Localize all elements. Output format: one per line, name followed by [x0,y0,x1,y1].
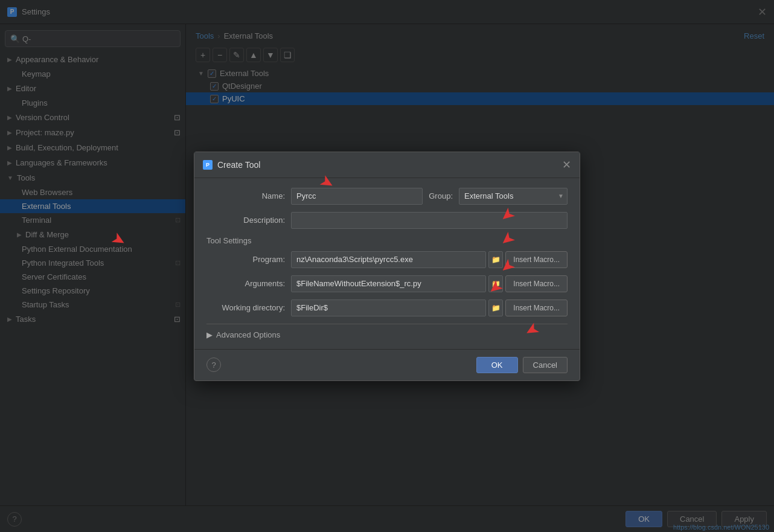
dialog-body: Name: Group: External Tools ▼ Descriptio… [194,178,580,349]
advanced-options-label: Advanced Options [216,330,280,339]
dialog-title: Create Tool [217,160,260,170]
program-row: Program: 📁 Insert Macro... [206,251,568,268]
group-select-wrapper: External Tools ▼ [459,188,568,205]
description-row: Description: [206,212,568,229]
dialog-icon: P [203,160,213,170]
name-input[interactable] [291,188,423,205]
group-label: Group: [429,191,453,200]
tool-settings-label: Tool Settings [206,236,568,245]
working-dir-label: Working directory: [206,303,285,312]
program-browse-button[interactable]: 📁 [488,251,503,268]
dialog-footer: ? OK Cancel [194,349,580,380]
working-dir-input-group: 📁 Insert Macro... [291,300,568,316]
working-dir-row: Working directory: 📁 Insert Macro... [206,300,568,316]
description-input[interactable] [291,212,568,229]
description-label: Description: [206,216,285,225]
create-tool-dialog: P Create Tool ✕ Name: Group: External To… [194,152,580,381]
dialog-cancel-button[interactable]: Cancel [523,357,568,373]
dialog-ok-button[interactable]: OK [476,357,518,373]
arguments-input[interactable] [291,275,486,292]
dialog-title-bar: P Create Tool ✕ [194,152,580,178]
group-select[interactable]: External Tools [459,188,568,205]
arguments-label: Arguments: [206,279,285,288]
arguments-row: Arguments: 📁 Insert Macro... [206,275,568,292]
dialog-help-button[interactable]: ? [206,357,221,372]
program-label: Program: [206,255,285,264]
name-label: Name: [206,191,285,200]
advanced-arrow-icon: ▶ [206,330,213,339]
dialog-close-button[interactable]: ✕ [562,158,571,171]
arguments-insert-macro-button[interactable]: Insert Macro... [505,275,568,292]
name-group-row: Name: Group: External Tools ▼ [206,188,568,205]
working-dir-browse-button[interactable]: 📁 [488,300,503,316]
arguments-browse-button[interactable]: 📁 [488,275,503,292]
advanced-options-section[interactable]: ▶ Advanced Options [206,324,568,339]
working-dir-insert-macro-button[interactable]: Insert Macro... [505,300,568,316]
program-input-group: 📁 Insert Macro... [291,251,568,268]
program-insert-macro-button[interactable]: Insert Macro... [505,251,568,268]
program-input[interactable] [291,251,486,268]
working-dir-input[interactable] [291,300,486,316]
arguments-input-group: 📁 Insert Macro... [291,275,568,292]
modal-overlay: P Create Tool ✕ Name: Group: External To… [0,0,774,532]
